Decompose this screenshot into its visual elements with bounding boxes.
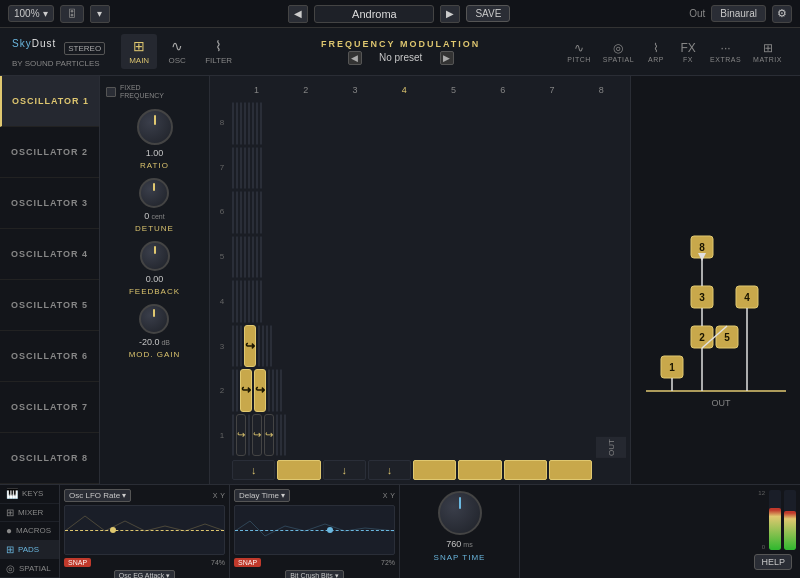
- feedback-knob[interactable]: [140, 241, 170, 271]
- fm-cell-7-4[interactable]: [244, 147, 246, 190]
- fm-out-2[interactable]: [277, 460, 320, 480]
- prev-preset-btn[interactable]: ◀: [288, 5, 308, 23]
- fm-cell-2-5[interactable]: [268, 369, 270, 412]
- fm-cell-5-5[interactable]: [248, 236, 250, 279]
- output-mode-select[interactable]: Binaural: [711, 5, 766, 22]
- fm-cell-2-8[interactable]: [280, 369, 282, 412]
- osc-item-5[interactable]: OSCILLATOR 5: [0, 280, 99, 331]
- osc-item-4[interactable]: OSCILLATOR 4: [0, 229, 99, 280]
- tab-matrix[interactable]: ⊞ MATRIX: [747, 37, 788, 67]
- fm-cell-6-7[interactable]: [256, 191, 258, 234]
- fm-out-1[interactable]: ↓: [232, 460, 275, 480]
- fm-out-4[interactable]: ↓: [368, 460, 411, 480]
- fm-cell-3-4[interactable]: ↪: [244, 325, 256, 368]
- fm-cell-1-8[interactable]: [284, 414, 286, 457]
- bottom-nav-macros[interactable]: ● MACROS: [0, 522, 59, 541]
- delay-dropdown[interactable]: Delay Time ▾: [234, 489, 290, 502]
- fixed-frequency-checkbox[interactable]: [106, 87, 116, 97]
- logo-btn[interactable]: 🎛: [60, 5, 84, 23]
- osc-item-7[interactable]: OSCILLATOR 7: [0, 382, 99, 433]
- fm-cell-3-8[interactable]: [270, 325, 272, 368]
- fm-cell-8-8[interactable]: [260, 102, 262, 145]
- fm-cell-2-1[interactable]: [232, 369, 234, 412]
- ratio-knob[interactable]: [137, 109, 173, 145]
- fm-cell-7-6[interactable]: [252, 147, 254, 190]
- fm-cell-2-3[interactable]: ↪: [240, 369, 252, 412]
- fm-cell-5-3[interactable]: [240, 236, 242, 279]
- fm-out-7[interactable]: [504, 460, 547, 480]
- fm-cell-3-2[interactable]: [236, 325, 238, 368]
- lfo-canvas[interactable]: [64, 505, 225, 555]
- fm-cell-6-2[interactable]: [236, 191, 238, 234]
- delay-dropdown2[interactable]: Bit Crush Bits ▾: [285, 570, 343, 578]
- tab-fx[interactable]: FX FX: [672, 37, 704, 67]
- fm-cell-2-6[interactable]: [272, 369, 274, 412]
- fm-cell-7-3[interactable]: [240, 147, 242, 190]
- fm-cell-7-2[interactable]: [236, 147, 238, 190]
- bottom-nav-spatial[interactable]: ◎ SPATIAL: [0, 559, 59, 578]
- bottom-nav-mixer[interactable]: ⊞ MIXER: [0, 504, 59, 523]
- fm-cell-8-7[interactable]: [256, 102, 258, 145]
- fm-cell-6-4[interactable]: [244, 191, 246, 234]
- fm-cell-4-2[interactable]: [236, 280, 238, 323]
- osc-item-6[interactable]: OSCILLATOR 6: [0, 331, 99, 382]
- fm-cell-6-1[interactable]: [232, 191, 234, 234]
- fm-cell-2-7[interactable]: [276, 369, 278, 412]
- fm-cell-8-1[interactable]: [232, 102, 234, 145]
- fm-cell-4-8[interactable]: [260, 280, 262, 323]
- lfo-dropdown[interactable]: Osc LFO Rate ▾: [64, 489, 131, 502]
- fm-cell-8-5[interactable]: [248, 102, 250, 145]
- fm-cell-3-7[interactable]: [266, 325, 268, 368]
- tab-osc[interactable]: ∿ OSC: [159, 34, 195, 69]
- fm-cell-5-7[interactable]: [256, 236, 258, 279]
- fm-cell-1-7[interactable]: [280, 414, 282, 457]
- help-button[interactable]: HELP: [754, 554, 792, 570]
- fm-cell-2-2[interactable]: [236, 369, 238, 412]
- fm-cell-5-8[interactable]: [260, 236, 262, 279]
- fm-cell-3-1[interactable]: [232, 325, 234, 368]
- settings-icon[interactable]: ⚙: [772, 5, 792, 23]
- fm-cell-3-3[interactable]: [240, 325, 242, 368]
- fm-cell-4-6[interactable]: [252, 280, 254, 323]
- fm-cell-5-1[interactable]: [232, 236, 234, 279]
- fm-cell-1-4[interactable]: ↪: [252, 414, 262, 457]
- fm-cell-5-6[interactable]: [252, 236, 254, 279]
- fm-cell-1-3[interactable]: [248, 414, 250, 457]
- fm-cell-5-2[interactable]: [236, 236, 238, 279]
- fm-cell-7-5[interactable]: [248, 147, 250, 190]
- fm-cell-4-1[interactable]: [232, 280, 234, 323]
- fm-cell-4-5[interactable]: [248, 280, 250, 323]
- fm-cell-4-7[interactable]: [256, 280, 258, 323]
- fm-cell-8-3[interactable]: [240, 102, 242, 145]
- fm-cell-4-4[interactable]: [244, 280, 246, 323]
- fm-cell-8-4[interactable]: [244, 102, 246, 145]
- fm-cell-6-6[interactable]: [252, 191, 254, 234]
- tab-spatial[interactable]: ◎ SPATIAL: [597, 37, 640, 67]
- detune-knob[interactable]: [139, 178, 169, 208]
- snap-time-knob[interactable]: [438, 491, 482, 535]
- fm-next-btn[interactable]: ▶: [440, 51, 454, 65]
- delay-snap-button[interactable]: SNAP: [234, 558, 261, 567]
- fm-cell-7-8[interactable]: [260, 147, 262, 190]
- tab-pitch[interactable]: ∿ PITCH: [561, 37, 597, 67]
- fm-cell-7-7[interactable]: [256, 147, 258, 190]
- fm-cell-3-5[interactable]: [258, 325, 260, 368]
- tab-main[interactable]: ⊞ MAIN: [121, 34, 157, 69]
- fm-out-6[interactable]: [458, 460, 501, 480]
- fm-cell-3-6[interactable]: [262, 325, 264, 368]
- fm-cell-5-4[interactable]: [244, 236, 246, 279]
- fm-cell-4-3[interactable]: [240, 280, 242, 323]
- fm-out-8[interactable]: [549, 460, 592, 480]
- chevron-down-icon[interactable]: ▾: [90, 5, 110, 23]
- tab-extras[interactable]: ··· EXTRAS: [704, 37, 747, 67]
- osc-item-2[interactable]: OSCILLATOR 2: [0, 127, 99, 178]
- fm-cell-1-1[interactable]: [232, 414, 234, 457]
- fm-cell-1-6[interactable]: [276, 414, 278, 457]
- lfo-snap-button[interactable]: SNAP: [64, 558, 91, 567]
- zoom-control[interactable]: 100% ▾: [8, 5, 54, 22]
- fm-cell-6-3[interactable]: [240, 191, 242, 234]
- bottom-nav-keys[interactable]: 🎹 KEYS: [0, 485, 59, 504]
- next-preset-btn[interactable]: ▶: [440, 5, 460, 23]
- delay-canvas[interactable]: [234, 505, 395, 555]
- osc-item-8[interactable]: OSCILLATOR 8: [0, 433, 99, 484]
